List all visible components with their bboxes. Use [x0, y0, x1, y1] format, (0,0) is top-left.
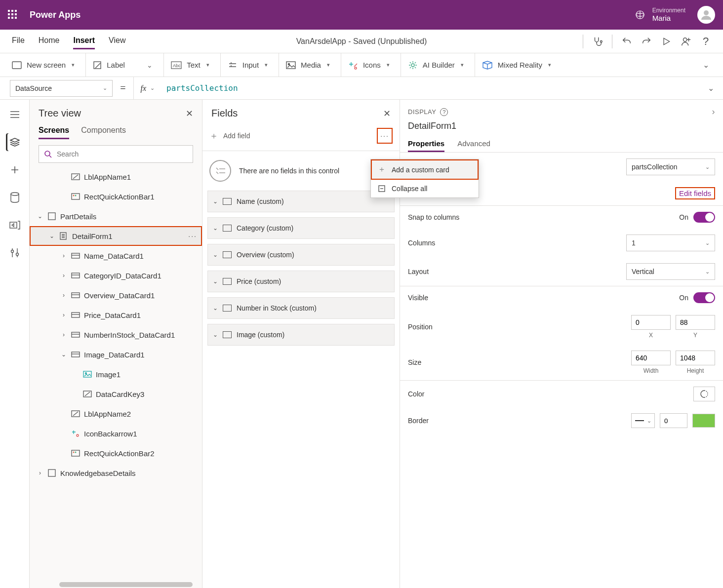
menu-item-insert[interactable]: Insert: [73, 33, 95, 49]
tree-node[interactable]: LblAppName1: [30, 167, 202, 187]
tree-tab-screens[interactable]: Screens: [39, 123, 69, 139]
menu-item-view[interactable]: View: [109, 33, 125, 49]
tree-node[interactable]: ⌄DetailForm1···: [30, 226, 202, 246]
settings-rail-icon[interactable]: [6, 244, 24, 262]
fields-more-button[interactable]: ···: [377, 128, 393, 144]
label-button[interactable]: Label ⌄: [85, 53, 160, 77]
tree-node[interactable]: LblAppName2: [30, 404, 202, 424]
input-button[interactable]: Input▾: [220, 53, 275, 77]
add-field-button[interactable]: ＋ Add field: [209, 130, 250, 142]
edit-fields-link[interactable]: Edit fields: [675, 187, 715, 199]
media-rail-icon[interactable]: [6, 216, 24, 234]
play-icon[interactable]: [661, 36, 672, 47]
color-picker[interactable]: [693, 387, 715, 401]
tree-node[interactable]: RectQuickActionBar2: [30, 443, 202, 463]
chevron-right-icon[interactable]: ›: [37, 470, 43, 476]
field-card[interactable]: ⌄Overview (custom): [207, 244, 395, 266]
chevron-right-icon[interactable]: ›: [60, 252, 67, 259]
field-card[interactable]: ⌄Image (custom): [207, 324, 395, 346]
mixed-reality-button[interactable]: Mixed Reality▾: [475, 53, 558, 77]
collapse-all-item[interactable]: Collapse all: [371, 180, 479, 197]
insert-rail-icon[interactable]: [6, 161, 24, 179]
treeview-rail-icon[interactable]: [6, 133, 24, 151]
field-card[interactable]: ⌄Price (custom): [207, 271, 395, 292]
property-selector[interactable]: DataSource ⌄: [10, 80, 113, 97]
data-rail-icon[interactable]: [6, 189, 24, 206]
help-icon[interactable]: ?: [700, 36, 711, 47]
new-screen-button[interactable]: New screen▾: [5, 53, 81, 77]
tree-node[interactable]: ⌄Image_DataCard1: [30, 345, 202, 364]
undo-icon[interactable]: [621, 36, 632, 47]
media-button[interactable]: Media▾: [279, 53, 337, 77]
hamburger-icon[interactable]: [6, 106, 24, 123]
tree-tab-components[interactable]: Components: [81, 123, 126, 139]
tree-node[interactable]: DataCardKey3: [30, 384, 202, 404]
redo-icon[interactable]: [641, 36, 652, 47]
close-icon[interactable]: ✕: [186, 108, 193, 119]
environment-picker[interactable]: Environment Maria: [635, 7, 685, 23]
tree-node[interactable]: ›KnowledgebaseDetails: [30, 463, 202, 483]
tree-node[interactable]: RectQuickActionBar1: [30, 187, 202, 206]
chevron-right-icon[interactable]: ›: [60, 312, 67, 318]
tree-node[interactable]: ⌄PartDetails: [30, 206, 202, 226]
tree-node[interactable]: ›NumberInStock_DataCard1: [30, 325, 202, 345]
field-card[interactable]: ⌄Name (custom): [207, 191, 395, 212]
share-icon[interactable]: [681, 36, 691, 47]
help-icon[interactable]: ?: [440, 108, 448, 116]
search-input[interactable]: [39, 145, 193, 163]
waffle-icon[interactable]: [8, 10, 18, 20]
chevron-down-icon[interactable]: ⌄: [60, 351, 67, 358]
ribbon-expand-icon[interactable]: ⌄: [693, 60, 718, 70]
scrollbar-thumb[interactable]: [59, 582, 193, 587]
chevron-down-icon[interactable]: ⌄: [48, 233, 55, 239]
ai-builder-button[interactable]: AI Builder▾: [401, 53, 471, 77]
tree-node[interactable]: ›CategoryID_DataCard1: [30, 266, 202, 285]
prop-tab-advanced[interactable]: Advanced: [457, 136, 490, 152]
position-y-input[interactable]: [676, 315, 715, 330]
columns-select[interactable]: 1⌄: [626, 235, 715, 251]
prop-tab-properties[interactable]: Properties: [408, 136, 444, 152]
text-button[interactable]: Abc Text▾: [163, 53, 216, 77]
datasource-select[interactable]: partsCollection⌄: [626, 158, 715, 175]
border-width-input[interactable]: [660, 413, 687, 428]
close-icon[interactable]: ✕: [383, 108, 391, 119]
visible-toggle[interactable]: [693, 292, 715, 303]
menu-item-home[interactable]: Home: [39, 33, 60, 49]
tree-node[interactable]: IconBackarrow1: [30, 424, 202, 443]
more-icon[interactable]: ···: [188, 232, 197, 240]
chevron-down-icon[interactable]: ⌄: [213, 225, 218, 232]
chevron-down-icon[interactable]: ⌄: [37, 213, 43, 220]
chevron-down-icon[interactable]: ⌄: [213, 305, 218, 312]
menu-item-file[interactable]: File: [12, 33, 25, 49]
chevron-right-icon[interactable]: ›: [60, 272, 67, 279]
fx-button[interactable]: fx⌄: [133, 77, 162, 99]
svg-rect-25: [72, 273, 80, 278]
search-field[interactable]: [56, 150, 188, 158]
chevron-right-icon[interactable]: ›: [712, 107, 716, 117]
avatar[interactable]: [697, 6, 715, 24]
layout-select[interactable]: Vertical⌄: [626, 263, 715, 280]
border-style-select[interactable]: ⌄: [631, 413, 655, 428]
formula-expand-icon[interactable]: ⌄: [698, 83, 723, 93]
formula-input[interactable]: partsCollection: [161, 83, 698, 93]
size-width-input[interactable]: [631, 351, 671, 365]
tree-node[interactable]: ›Name_DataCard1: [30, 246, 202, 266]
chevron-down-icon[interactable]: ⌄: [213, 331, 218, 338]
add-custom-card-item[interactable]: ＋ Add a custom card: [371, 159, 479, 180]
chevron-right-icon[interactable]: ›: [60, 331, 67, 338]
tree-node[interactable]: Image1: [30, 364, 202, 384]
tree-node[interactable]: ›Price_DataCard1: [30, 305, 202, 325]
border-color-swatch[interactable]: [692, 414, 715, 428]
snap-toggle[interactable]: [693, 212, 715, 223]
icons-button[interactable]: Icons▾: [341, 53, 397, 77]
position-x-input[interactable]: [631, 315, 671, 330]
chevron-down-icon[interactable]: ⌄: [213, 198, 218, 205]
field-card[interactable]: ⌄Number in Stock (custom): [207, 297, 395, 319]
stethoscope-icon[interactable]: [592, 36, 603, 47]
chevron-down-icon[interactable]: ⌄: [213, 251, 218, 258]
chevron-right-icon[interactable]: ›: [60, 292, 67, 299]
size-height-input[interactable]: [676, 351, 715, 365]
field-card[interactable]: ⌄Category (custom): [207, 217, 395, 239]
chevron-down-icon[interactable]: ⌄: [213, 278, 218, 285]
tree-node[interactable]: ›Overview_DataCard1: [30, 285, 202, 305]
